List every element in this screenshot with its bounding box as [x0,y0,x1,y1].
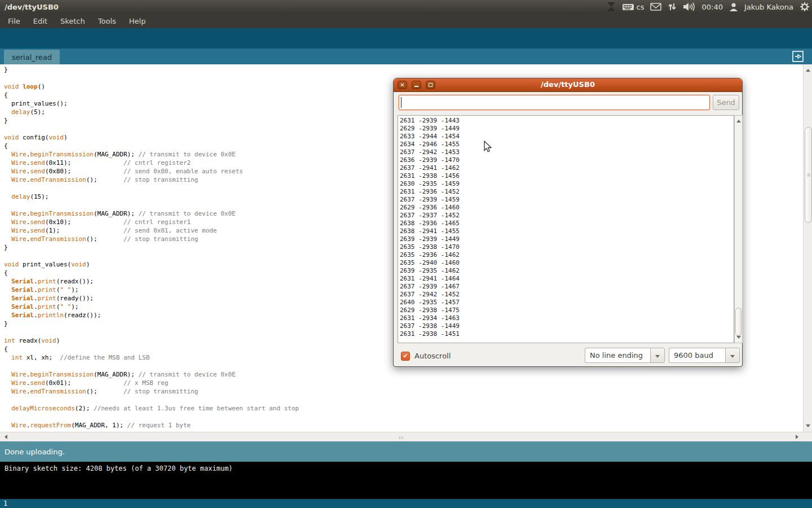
serial-line: 2633 -2944 -1454 [400,133,734,141]
editor-horizontal-scrollbar[interactable] [0,432,812,441]
vertical-scroll-thumb[interactable] [805,127,812,223]
line-ending-value: No line ending [585,348,650,363]
code-line: } [4,65,803,74]
network-arrows-icon[interactable] [668,2,677,12]
scroll-left-icon[interactable] [2,435,7,439]
menu-item-sketch[interactable]: Sketch [58,16,87,27]
autoscroll-label: Autoscroll [414,352,451,360]
line-ending-select[interactable]: No line ending [585,348,665,363]
top-panel: /dev/ttyUSB0 cs [0,0,812,14]
serial-line: 2629 -2936 -1460 [400,204,734,212]
tab-label: serial_read [12,53,52,62]
status-text: Done uploading. [5,448,65,456]
tab-bar: serial_read [0,49,812,64]
serial-line: 2635 -2938 -1470 [400,243,734,251]
status-bar: Done uploading. [0,441,812,462]
mouse-cursor [484,141,493,153]
code-line: Wire.requestFrom(MAG_ADDR, 1); // reques… [4,421,803,430]
keyboard-layout: cs [637,3,645,11]
serial-line: 2631 -2939 -1443 [400,117,734,125]
menu-item-edit[interactable]: Edit [31,16,50,27]
system-tray: cs 00:40 Jakub Kakona [607,0,810,14]
serial-line: 2631 -2934 -1463 [400,314,734,322]
serial-line: 2630 -2935 -1459 [400,180,734,188]
serial-line: 2637 -2939 -1459 [400,196,734,204]
serial-line: 2629 -2938 -1475 [400,306,734,314]
code-line [4,413,803,421]
serial-line: 2639 -2935 -1462 [400,267,734,275]
console-output: Binary sketch size: 4208 bytes (of a 307… [0,462,812,499]
code-line: Wire.send(0x01); // x MSB reg [4,379,803,387]
code-line [4,396,803,404]
serial-line: 2631 -2941 -1464 [400,275,734,283]
editor-vertical-scrollbar[interactable] [803,64,812,432]
code-line: Wire.endTransmission(); // stop transmit… [4,387,803,396]
menu-item-help[interactable]: Help [127,16,148,27]
code-line: delayMicroseconds(2); //needs at least 1… [4,404,803,413]
serial-line: 2629 -2939 -1449 [400,125,734,133]
toolbar [0,28,812,49]
indicator-icon[interactable] [607,2,616,12]
serial-output[interactable]: 2631 -2939 -14432629 -2939 -14492633 -29… [398,115,734,343]
serial-output-scrollbar[interactable] [734,115,743,343]
line-number: 1 [3,500,7,507]
menu-item-file[interactable]: File [6,16,23,27]
clock[interactable]: 00:40 [701,3,722,11]
serial-scroll-down-icon[interactable] [736,336,741,341]
send-button[interactable]: Send [713,95,739,110]
serial-line: 2639 -2939 -1449 [400,235,734,243]
username[interactable]: Jakub Kakona [744,3,793,11]
text-caret [401,97,401,108]
code-line: Wire.beginTransmission(MAG_ADDR); // tra… [4,370,803,379]
serial-line: 2635 -2940 -1460 [400,259,734,267]
serial-line: 2634 -2946 -1455 [400,141,734,148]
serial-line: 2637 -2942 -1452 [400,291,734,299]
chevron-down-icon[interactable] [725,348,740,363]
keyboard-icon [622,2,634,12]
serial-line: 2631 -2936 -1452 [400,188,734,196]
menu-item-tools[interactable]: Tools [96,16,118,27]
mail-icon[interactable] [650,2,661,11]
window-title: /dev/ttyUSB0 [5,3,59,11]
serial-line: 2638 -2936 -1465 [400,220,734,227]
scroll-right-icon[interactable] [796,435,801,439]
menu-bar: FileEditSketchToolsHelp [0,14,812,28]
keyboard-indicator[interactable]: cs [622,2,645,12]
volume-icon[interactable] [683,2,695,12]
tab-serial-read[interactable]: serial_read [4,50,60,64]
console-text: Binary sketch size: 4208 bytes (of a 307… [5,465,233,472]
horizontal-scroll-thumb[interactable] [399,436,403,439]
serial-line: 2637 -2942 -1453 [400,148,734,156]
screen: /dev/ttyUSB0 cs [0,0,812,508]
serial-line: 2631 -2938 -1451 [400,330,734,338]
line-indicator: 1 [0,499,812,508]
serial-scroll-thumb[interactable] [735,308,742,336]
serial-monitor-window: ✕ /dev/ttyUSB0 Send 2631 -2939 -14432629… [393,78,743,367]
session-gear-icon[interactable] [800,2,810,12]
serial-scroll-up-icon[interactable] [736,117,741,122]
serial-line: 2637 -2937 -1452 [400,212,734,220]
serial-lines: 2631 -2939 -14432629 -2939 -14492633 -29… [400,117,734,338]
tab-menu-button[interactable] [792,51,804,64]
serial-input[interactable] [399,95,710,110]
user-icon [729,2,738,12]
serial-line: 2637 -2939 -1467 [400,283,734,291]
serial-line: 2635 -2936 -1462 [400,251,734,259]
serial-monitor-controls: ✔ Autoscroll No line ending 9600 baud [394,343,742,367]
serial-line: 2631 -2938 -1456 [400,172,734,180]
serial-monitor-titlebar[interactable]: ✕ /dev/ttyUSB0 [394,78,742,92]
chevron-down-icon[interactable] [650,348,665,363]
baud-select[interactable]: 9600 baud [669,348,740,363]
scroll-up-icon[interactable] [806,67,810,72]
baud-value: 9600 baud [669,348,725,363]
scroll-down-icon[interactable] [806,424,810,430]
serial-line: 2638 -2941 -1455 [400,227,734,235]
serial-line: 2640 -2935 -1457 [400,299,734,306]
serial-line: 2637 -2938 -1449 [400,322,734,330]
serial-monitor-title: /dev/ttyUSB0 [394,80,742,89]
serial-line: 2636 -2939 -1470 [400,156,734,164]
serial-line: 2637 -2941 -1462 [400,164,734,172]
autoscroll-checkbox[interactable]: ✔ [401,352,410,361]
